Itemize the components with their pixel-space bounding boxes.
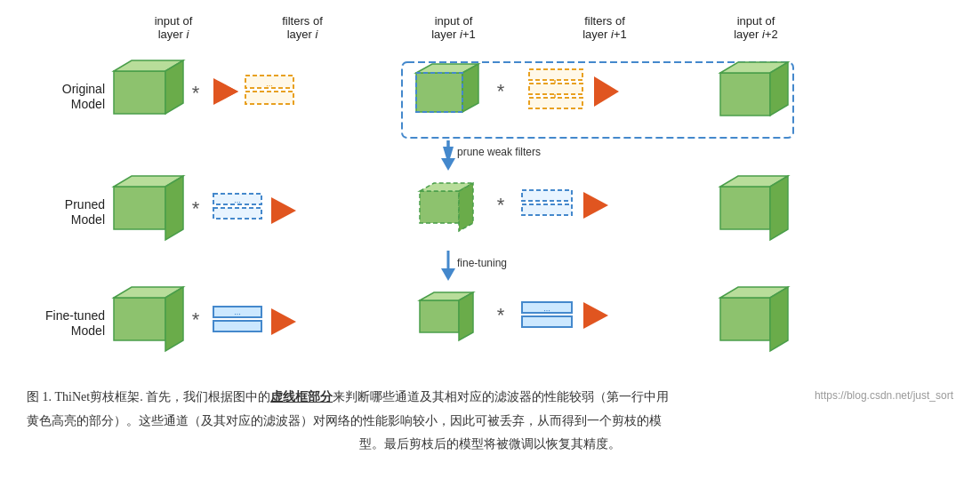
row2-right-arrow2 [583, 192, 608, 219]
svg-marker-29 [459, 183, 473, 231]
svg-rect-37 [114, 298, 165, 340]
svg-rect-7 [416, 73, 462, 112]
finetune-label: fine-tuning [457, 257, 507, 269]
row2-right-arrow1 [271, 197, 296, 224]
header-col3-line2: layer i+1 [431, 28, 476, 41]
svg-rect-43 [420, 300, 459, 332]
row1-multiply2: * [497, 80, 505, 102]
row2-multiply1: * [192, 197, 200, 220]
row3-filters-col4: ··· [522, 302, 572, 327]
svg-rect-27 [420, 191, 459, 223]
diagram-area: input of layer i filters of layer i inpu… [18, 9, 962, 382]
row2-input-col3 [420, 183, 473, 231]
row2-filters-col2: ··· [213, 194, 261, 219]
svg-text:···: ··· [266, 81, 273, 91]
row3-filters-col2: ··· [213, 307, 261, 331]
row2-filters-col4 [522, 190, 572, 215]
caption-bold-text: 虚线框部分 [270, 390, 333, 403]
caption-text1: ThiNet剪枝框架. 首先，我们根据图中的 [55, 390, 271, 403]
row1-label-line2: Model [71, 97, 105, 111]
svg-rect-32 [720, 187, 770, 229]
header-col1-line2: layer i [158, 28, 190, 41]
svg-rect-47 [522, 316, 572, 327]
row3-right-arrow1 [271, 308, 296, 335]
row1-input-col3 [416, 64, 478, 112]
svg-rect-31 [522, 204, 572, 215]
row2-label-line2: Model [71, 212, 105, 227]
caption-line2: 黄色高亮的部分）。这些通道（及其对应的滤波器）对网络的性能影响较小，因此可被丢弃… [27, 410, 953, 434]
svg-rect-30 [522, 190, 572, 201]
svg-rect-12 [529, 84, 582, 94]
svg-marker-9 [462, 64, 478, 112]
svg-marker-36 [441, 268, 455, 281]
svg-marker-39 [165, 287, 183, 351]
svg-marker-45 [459, 292, 473, 340]
svg-rect-4 [245, 92, 293, 104]
row1-filters-col2: ··· [245, 76, 293, 104]
svg-marker-34 [770, 176, 788, 240]
row2-input-col1 [114, 176, 183, 240]
header-col4-line2: layer i+1 [582, 28, 627, 41]
row1-multiply1: * [192, 82, 200, 104]
row1-label-line1: Original [62, 82, 105, 96]
svg-rect-41 [213, 321, 261, 331]
row3-input-col1 [114, 287, 183, 351]
caption-url: https://blog.csdn.net/just_sort [815, 386, 953, 406]
svg-rect-16 [720, 73, 770, 116]
diagram-svg: input of layer i filters of layer i inpu… [18, 9, 962, 382]
row3-input-col5 [720, 287, 788, 351]
caption-fig-label: 图 1. [27, 390, 52, 403]
row1-right-arrow1 [213, 78, 238, 105]
row1-filters-col4 [529, 69, 582, 108]
svg-rect-11 [529, 69, 582, 80]
row2-multiply2: * [497, 194, 505, 216]
svg-rect-13 [529, 98, 582, 108]
header-col5-line1: input of [737, 14, 775, 28]
row3-label-line2: Model [71, 323, 105, 338]
svg-text:···: ··· [234, 309, 241, 319]
row1-input-cube [114, 60, 183, 114]
row1-input-col5 [720, 62, 788, 116]
caption-text2: 来判断哪些通道及其相对应的滤波器的性能较弱（第一行中用 [333, 390, 669, 403]
caption-line3: 型。最后剪枝后的模型将被微调以恢复其精度。 [27, 433, 953, 457]
header-col4-line1: filters of [584, 14, 625, 28]
header-col5-line2: layer i+2 [734, 28, 778, 41]
row3-label-line1: Fine-tuned [45, 308, 105, 323]
svg-marker-51 [770, 287, 788, 351]
svg-text:···: ··· [543, 306, 550, 315]
svg-rect-49 [720, 298, 770, 340]
svg-rect-21 [114, 187, 165, 229]
header-col3-line1: input of [435, 14, 473, 28]
caption-area: 图 1. ThiNet剪枝框架. 首先，我们根据图中的虚线框部分来判断哪些通道及… [18, 382, 962, 457]
svg-rect-25 [213, 208, 261, 219]
row2-label-line1: Pruned [65, 197, 105, 212]
caption-wrapper: 图 1. ThiNet剪枝框架. 首先，我们根据图中的虚线框部分来判断哪些通道及… [27, 386, 953, 410]
row3-right-arrow2 [583, 302, 608, 329]
svg-rect-0 [114, 71, 165, 114]
row3-input-col3 [420, 292, 473, 340]
svg-marker-23 [165, 176, 183, 240]
prune-label: prune weak filters [457, 146, 541, 158]
row2-input-col5 [720, 176, 788, 240]
down-arrow-finetune [441, 251, 455, 281]
svg-marker-20 [441, 158, 455, 171]
row1-right-arrow2 [594, 76, 619, 107]
row3-multiply1: * [192, 308, 200, 331]
down-arrow-prune [441, 140, 455, 171]
row3-multiply2: * [497, 304, 505, 326]
header-col2-line2: layer i [287, 28, 319, 41]
svg-text:···: ··· [234, 197, 241, 207]
header-col2-line1: filters of [282, 14, 323, 28]
header-col1-line1: input of [155, 14, 193, 28]
